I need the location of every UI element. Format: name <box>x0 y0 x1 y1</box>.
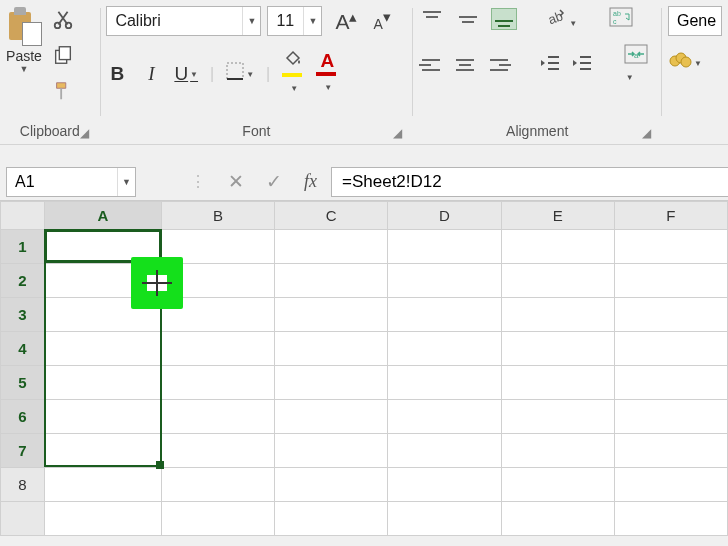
formula-bar: A1 ▼ ⋮ ✕ ✓ fx =Sheet2!D12 <box>0 163 728 201</box>
decrease-font-button[interactable]: A▾ <box>370 8 393 34</box>
wrap-text-icon: abc <box>609 7 633 27</box>
scissors-icon <box>52 8 74 30</box>
merge-center-button[interactable]: a▼ <box>624 44 655 86</box>
name-box-value: A1 <box>7 173 117 191</box>
svg-text:ab: ab <box>613 10 621 17</box>
borders-button[interactable]: ▼ <box>226 62 254 85</box>
formula-divider-icon: ⋮ <box>190 172 206 191</box>
col-header-A[interactable]: A <box>44 202 161 230</box>
cell-A4[interactable] <box>44 332 161 366</box>
copy-button[interactable] <box>50 42 76 68</box>
select-all-corner[interactable] <box>1 202 45 230</box>
align-center-button[interactable] <box>453 54 477 76</box>
col-header-F[interactable]: F <box>614 202 727 230</box>
group-font: Calibri ▼ 11 ▼ A▴ A▾ B I U▼ | ▼ | <box>100 0 412 144</box>
cell-F1[interactable] <box>614 230 727 264</box>
cut-button[interactable] <box>50 6 76 32</box>
svg-point-20 <box>681 57 691 67</box>
row-header-2[interactable]: 2 <box>1 264 45 298</box>
formula-text: =Sheet2!D12 <box>342 172 442 192</box>
number-format-value: Gene <box>677 12 716 30</box>
paint-bucket-icon <box>283 48 303 68</box>
font-name-value: Calibri <box>107 12 242 30</box>
cell-A8[interactable] <box>44 468 161 502</box>
orientation-button[interactable]: ab▼ <box>545 6 577 32</box>
font-size-combo[interactable]: 11 ▼ <box>267 6 322 36</box>
insert-function-button[interactable]: fx <box>304 171 317 192</box>
cell-A6[interactable] <box>44 400 161 434</box>
number-format-combo[interactable]: Gene <box>668 6 722 36</box>
row-header-7[interactable]: 7 <box>1 434 45 468</box>
alignment-group-label: Alignment ◢ <box>419 120 655 142</box>
fill-color-button[interactable]: ▼ <box>282 48 304 99</box>
chevron-down-icon: ▼ <box>117 168 135 196</box>
cell-A7[interactable] <box>44 434 161 468</box>
col-header-B[interactable]: B <box>161 202 274 230</box>
formula-input[interactable]: =Sheet2!D12 <box>331 167 728 197</box>
paste-dropdown-arrow[interactable]: ▼ <box>20 64 29 74</box>
wrap-text-button[interactable]: abc <box>609 7 633 31</box>
font-name-combo[interactable]: Calibri ▼ <box>106 6 261 36</box>
ribbon: Paste ▼ Clipboard ◢ <box>0 0 728 145</box>
col-header-C[interactable]: C <box>275 202 388 230</box>
bold-button[interactable]: B <box>106 63 128 85</box>
decrease-indent-icon <box>539 54 561 72</box>
cell-A5[interactable] <box>44 366 161 400</box>
cursor-callout <box>131 257 183 309</box>
row-header-3[interactable]: 3 <box>1 298 45 332</box>
paste-icon <box>6 6 42 46</box>
cell-C1[interactable] <box>275 230 388 264</box>
paste-label: Paste <box>6 48 42 64</box>
align-right-button[interactable] <box>487 54 511 76</box>
clipboard-dialog-launcher[interactable]: ◢ <box>78 126 92 140</box>
alignment-dialog-launcher[interactable]: ◢ <box>639 126 653 140</box>
font-size-value: 11 <box>268 12 303 30</box>
row-header-8[interactable]: 8 <box>1 468 45 502</box>
row-header-4[interactable]: 4 <box>1 332 45 366</box>
svg-point-0 <box>55 23 61 28</box>
svg-rect-3 <box>59 47 70 60</box>
align-bottom-button[interactable] <box>491 8 517 30</box>
accounting-format-button[interactable]: ▼ <box>668 36 722 72</box>
svg-text:a: a <box>634 51 639 60</box>
name-box[interactable]: A1 ▼ <box>6 167 136 197</box>
col-header-E[interactable]: E <box>501 202 614 230</box>
row-header-1[interactable]: 1 <box>1 230 45 264</box>
copy-icon <box>52 44 74 66</box>
underline-button[interactable]: U▼ <box>174 63 198 85</box>
clipboard-group-label: Clipboard ◢ <box>6 120 94 142</box>
group-number: Gene ▼ <box>662 0 728 144</box>
font-color-button[interactable]: A ▼ <box>316 50 338 98</box>
enter-formula-button[interactable]: ✓ <box>266 170 282 193</box>
align-left-button[interactable] <box>419 54 443 76</box>
row-header-6[interactable]: 6 <box>1 400 45 434</box>
cancel-formula-button[interactable]: ✕ <box>228 170 244 193</box>
increase-indent-icon <box>571 54 593 72</box>
orientation-icon: ab <box>545 6 567 28</box>
paste-button[interactable]: Paste ▼ <box>6 6 42 74</box>
row-header-9[interactable] <box>1 502 45 536</box>
increase-indent-button[interactable] <box>571 54 593 76</box>
border-icon <box>226 62 244 80</box>
merge-icon: a <box>624 44 648 64</box>
increase-font-button[interactable]: A▴ <box>332 8 360 34</box>
spreadsheet-grid[interactable]: A B C D E F 1 2 3 4 5 6 7 8 <box>0 201 728 536</box>
svg-point-1 <box>66 23 72 28</box>
cell-cursor-icon <box>147 275 167 291</box>
decrease-indent-button[interactable] <box>539 54 561 76</box>
cell-D1[interactable] <box>388 230 501 264</box>
col-header-D[interactable]: D <box>388 202 501 230</box>
svg-text:c: c <box>613 18 617 25</box>
font-dialog-launcher[interactable]: ◢ <box>390 126 404 140</box>
chevron-down-icon: ▼ <box>303 7 321 35</box>
row-header-5[interactable]: 5 <box>1 366 45 400</box>
group-alignment: ab▼ abc a▼ <box>413 0 661 144</box>
font-group-label: Font ◢ <box>106 120 406 142</box>
group-clipboard: Paste ▼ Clipboard ◢ <box>0 0 100 144</box>
italic-button[interactable]: I <box>140 63 162 85</box>
format-painter-button[interactable] <box>50 78 76 104</box>
align-middle-button[interactable] <box>455 8 481 30</box>
align-top-button[interactable] <box>419 8 445 30</box>
currency-icon <box>668 50 692 68</box>
cell-E1[interactable] <box>501 230 614 264</box>
